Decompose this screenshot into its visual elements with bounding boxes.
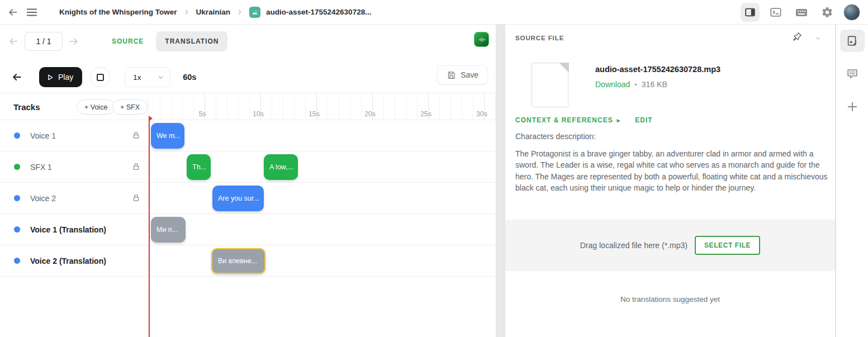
pin-icon[interactable] — [792, 31, 803, 42]
topbar-actions — [741, 3, 868, 22]
toggle-right-panel-icon[interactable] — [741, 3, 760, 22]
ruler-tick — [227, 93, 227, 120]
characters-description-title: Characters description: — [515, 132, 596, 141]
right-rail — [836, 25, 868, 337]
save-button[interactable]: Save — [437, 65, 488, 84]
ruler-tick — [238, 93, 239, 120]
play-button[interactable]: Play — [39, 67, 82, 87]
editor-back-icon[interactable] — [9, 69, 25, 85]
track-color-dot — [14, 258, 20, 264]
comments-tab-icon[interactable] — [840, 63, 865, 85]
ruler-tick — [339, 93, 339, 120]
context-references-row: CONTEXT & REFERENCES ▸ EDIT — [515, 116, 653, 124]
track-name: Voice 1 (Translation) — [30, 225, 106, 234]
audio-file-tab-icon[interactable] — [840, 30, 865, 52]
breadcrumb-project[interactable]: Knights of the Whispering Tower — [59, 8, 177, 16]
playback-speed-select[interactable]: 1x — [125, 67, 170, 87]
ruler-tick — [395, 93, 395, 120]
track-lane[interactable]: We m... — [148, 120, 496, 151]
track-row[interactable]: Voice 1 — [0, 120, 148, 151]
playhead-handle[interactable] — [149, 116, 153, 121]
add-panel-icon[interactable] — [840, 96, 865, 118]
timeline-clip[interactable]: We m... — [151, 123, 184, 149]
source-file-panel: SOURCE FILE audio-asset-1755242630728.mp… — [505, 25, 836, 337]
select-file-button[interactable]: SELECT FILE — [695, 236, 760, 255]
ruler-tick — [171, 93, 172, 120]
ruler-tick — [383, 93, 384, 120]
ruler-tick — [406, 93, 406, 120]
timeline-clip[interactable]: Ви впевне... — [211, 248, 265, 274]
hamburger-menu-icon[interactable] — [22, 3, 41, 22]
terminal-icon[interactable] — [766, 3, 785, 22]
ruler-tick — [462, 93, 462, 120]
track-color-dot — [14, 164, 20, 170]
breadcrumb-language[interactable]: Ukrainian — [196, 8, 231, 16]
image-asset-icon — [249, 7, 260, 18]
ruler-tick — [182, 93, 183, 120]
breadcrumb: Knights of the Whispering Tower Ukrainia… — [59, 7, 371, 18]
user-avatar[interactable] — [843, 4, 860, 21]
track-lane[interactable]: Ви впевне... — [148, 245, 496, 277]
timeline-clip[interactable]: A low,... — [264, 154, 298, 180]
timeline-clip[interactable]: Th... — [187, 154, 211, 180]
tab-source[interactable]: SOURCE — [107, 32, 148, 51]
track-row[interactable]: Voice 1 (Translation) — [0, 214, 148, 245]
tracks-header: Tracks + Voice + SFX 5s10s15s20s25s30s — [0, 93, 496, 120]
page-next-icon[interactable] — [66, 34, 82, 49]
ruler-tick-label: 15s — [302, 110, 326, 118]
track-lane[interactable]: Ми п... — [148, 214, 496, 245]
ruler-tick — [294, 93, 295, 120]
track-lane[interactable]: Th...A low,... — [148, 151, 496, 183]
settings-gear-icon[interactable] — [818, 3, 837, 22]
dubbing-app-icon[interactable] — [474, 32, 489, 47]
keyboard-icon[interactable] — [792, 3, 811, 22]
track-lane[interactable]: Are you sur... — [148, 183, 496, 214]
chevron-right-icon — [236, 8, 244, 16]
lock-icon[interactable] — [132, 131, 140, 140]
timeline-duration: 60s — [183, 73, 196, 82]
context-references-link[interactable]: CONTEXT & REFERENCES — [515, 116, 613, 124]
ruler-tick — [495, 93, 496, 120]
editor-panel: 1 / 1 SOURCE TRANSLATION Play — [0, 25, 496, 337]
timeline-clip[interactable]: Ми п... — [151, 217, 186, 243]
top-bar: Knights of the Whispering Tower Ukrainia… — [0, 0, 868, 25]
ruler-tick — [439, 93, 440, 120]
lock-icon[interactable] — [132, 194, 140, 202]
track-label-list: Voice 1SFX 1Voice 2Voice 1 (Translation)… — [0, 120, 148, 277]
characters-description-text: The Protagonist is a brave ginger tabby,… — [515, 148, 832, 194]
breadcrumb-asset[interactable]: audio-asset-1755242630728... — [266, 8, 371, 16]
playhead-line[interactable] — [149, 118, 150, 337]
add-sfx-button[interactable]: + SFX — [112, 99, 148, 115]
chevron-right-icon — [183, 8, 191, 16]
download-link[interactable]: Download — [595, 80, 630, 89]
timeline-clip[interactable]: Are you sur... — [212, 186, 264, 211]
ruler-tick-label: 25s — [414, 110, 438, 118]
track-row[interactable]: SFX 1 — [0, 151, 148, 183]
ruler-tick — [216, 93, 216, 120]
stop-button[interactable] — [90, 67, 110, 87]
ruler-tick — [160, 93, 160, 120]
no-translations-message: No translations suggested yet — [505, 295, 835, 303]
context-arrow-icon: ▸ — [617, 117, 621, 124]
timeline-ruler[interactable]: 5s10s15s20s25s30s — [148, 93, 496, 120]
lock-icon[interactable] — [132, 163, 140, 171]
tab-translation[interactable]: TRANSLATION — [156, 31, 227, 51]
page-indicator[interactable]: 1 / 1 — [25, 32, 63, 51]
ruler-tick — [450, 93, 451, 120]
add-voice-button[interactable]: + Voice — [77, 99, 115, 115]
page-prev-icon[interactable] — [6, 34, 21, 49]
save-icon — [447, 70, 456, 80]
back-arrow-icon[interactable] — [3, 3, 22, 22]
timeline-lanes: We m...Th...A low,...Are you sur...Ми п.… — [148, 120, 496, 277]
track-row[interactable]: Voice 2 — [0, 183, 148, 214]
track-color-dot — [14, 132, 20, 139]
pager-row: 1 / 1 SOURCE TRANSLATION — [0, 30, 496, 53]
edit-context-link[interactable]: EDIT — [635, 116, 652, 124]
source-file-header: SOURCE FILE — [515, 35, 564, 41]
track-name: Voice 2 — [30, 194, 56, 203]
chevron-down-icon[interactable] — [814, 35, 822, 42]
chevron-down-icon — [157, 74, 164, 81]
ruler-tick — [328, 93, 328, 120]
localized-file-dropzone[interactable]: Drag localized file here (*.mp3) SELECT … — [505, 220, 835, 271]
track-row[interactable]: Voice 2 (Translation) — [0, 245, 148, 277]
